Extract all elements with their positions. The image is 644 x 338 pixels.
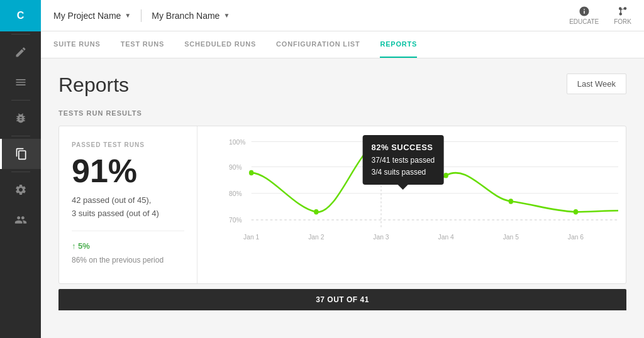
page-title: Reports bbox=[58, 74, 129, 97]
svg-text:Jan 1: Jan 1 bbox=[243, 232, 259, 241]
project-chevron-icon: ▼ bbox=[125, 12, 131, 19]
svg-text:90%: 90% bbox=[229, 163, 242, 171]
stats-panel: PASSED TEST RUNS 91% 42 passed (out of 4… bbox=[59, 126, 197, 283]
bottom-bar-label: 37 OUT OF 41 bbox=[316, 295, 369, 304]
sidebar-divider-top bbox=[11, 34, 30, 35]
stats-label: PASSED TEST RUNS bbox=[72, 141, 184, 148]
users-icon bbox=[14, 214, 27, 226]
sidebar-divider-3 bbox=[11, 136, 30, 136]
sidebar-item-settings[interactable] bbox=[0, 175, 41, 205]
chart-svg: 100% 90% 80% 70% bbox=[229, 136, 618, 256]
tab-suite-runs[interactable]: SUITE RUNS bbox=[53, 31, 101, 58]
sidebar-item-bug[interactable] bbox=[0, 103, 41, 133]
educate-icon bbox=[579, 6, 590, 17]
project-selector[interactable]: My Project Name ▼ bbox=[53, 11, 131, 21]
date-filter-button[interactable]: Last Week bbox=[567, 74, 626, 94]
tab-configuration-list[interactable]: CONFIGURATION LIST bbox=[276, 31, 360, 58]
chart-card: PASSED TEST RUNS 91% 42 passed (out of 4… bbox=[58, 126, 626, 284]
tab-scheduled-runs[interactable]: SCHEDULED RUNS bbox=[184, 31, 256, 58]
svg-point-9 bbox=[314, 209, 319, 214]
topbar-separator bbox=[141, 9, 142, 22]
sidebar-divider-4 bbox=[11, 172, 30, 172]
svg-point-12 bbox=[509, 199, 514, 204]
sidebar-item-users[interactable] bbox=[0, 205, 41, 235]
educate-button[interactable]: EDUCATE bbox=[569, 6, 599, 25]
tab-test-runs[interactable]: TEST RUNS bbox=[121, 31, 165, 58]
sidebar: C bbox=[0, 0, 41, 338]
copy-icon bbox=[15, 148, 28, 160]
section-label: TESTS RUN RESULTS bbox=[58, 109, 626, 117]
bug-icon bbox=[14, 112, 27, 124]
fork-button[interactable]: FORK bbox=[614, 6, 631, 25]
svg-text:70%: 70% bbox=[229, 216, 242, 224]
project-name: My Project Name bbox=[53, 11, 121, 21]
educate-label: EDUCATE bbox=[569, 18, 599, 25]
stats-detail: 42 passed (out of 45), 3 suits passed (o… bbox=[72, 194, 184, 221]
branch-chevron-icon: ▼ bbox=[223, 12, 230, 19]
main-content: My Project Name ▼ My Branch Name ▼ EDUCA… bbox=[41, 0, 644, 338]
svg-text:80%: 80% bbox=[229, 189, 242, 197]
bottom-bar: 37 OUT OF 41 bbox=[58, 289, 626, 310]
sidebar-item-list[interactable] bbox=[0, 67, 41, 97]
stats-divider bbox=[72, 231, 184, 231]
branch-name: My Branch Name bbox=[152, 11, 219, 21]
avatar[interactable]: C bbox=[0, 0, 41, 31]
tab-reports[interactable]: REPORTS bbox=[380, 31, 417, 58]
sidebar-item-edit[interactable] bbox=[0, 37, 41, 67]
svg-text:Jan 5: Jan 5 bbox=[503, 232, 519, 241]
topbar: My Project Name ▼ My Branch Name ▼ EDUCA… bbox=[41, 0, 644, 31]
sidebar-item-copy[interactable] bbox=[0, 139, 41, 169]
svg-text:Jan 4: Jan 4 bbox=[438, 232, 454, 241]
svg-point-13 bbox=[574, 209, 579, 214]
svg-point-11 bbox=[443, 173, 448, 178]
stats-trend: ↑ 5% bbox=[72, 241, 184, 251]
fork-label: FORK bbox=[614, 18, 631, 25]
stats-percent: 91% bbox=[72, 153, 184, 189]
chart-area: 82% SUCCESS 37/41 tests passed 3/4 suits… bbox=[197, 126, 626, 283]
branch-selector[interactable]: My Branch Name ▼ bbox=[152, 11, 230, 21]
stats-prev: 86% on the previous period bbox=[72, 256, 184, 264]
svg-text:100%: 100% bbox=[229, 138, 246, 146]
sidebar-divider-2 bbox=[11, 100, 30, 101]
svg-text:Jan 6: Jan 6 bbox=[568, 232, 584, 241]
svg-text:Jan 2: Jan 2 bbox=[308, 232, 324, 241]
settings-icon bbox=[14, 183, 27, 196]
topbar-right: EDUCATE FORK bbox=[569, 6, 631, 25]
svg-text:Jan 3: Jan 3 bbox=[373, 232, 389, 241]
list-icon bbox=[14, 76, 27, 89]
svg-point-8 bbox=[249, 170, 254, 175]
page-content: Reports Last Week TESTS RUN RESULTS PASS… bbox=[41, 58, 644, 338]
content-header: Reports Last Week bbox=[58, 74, 626, 97]
fork-icon bbox=[617, 6, 628, 17]
edit-icon bbox=[14, 46, 27, 58]
nav-tabs: SUITE RUNS TEST RUNS SCHEDULED RUNS CONF… bbox=[41, 31, 644, 58]
